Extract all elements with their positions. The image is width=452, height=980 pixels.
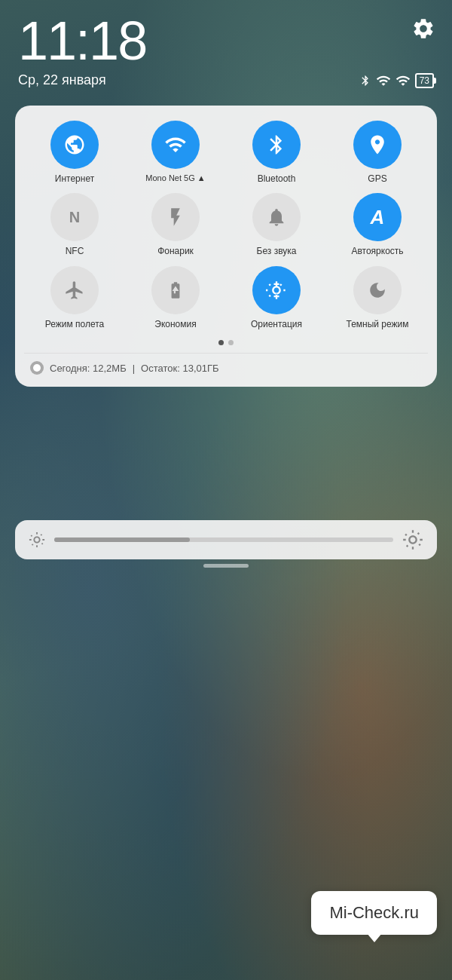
internet-label: Интернет [55, 173, 94, 184]
data-usage-text: Сегодня: 12,2МБ [50, 363, 127, 374]
bluetooth-label: Bluetooth [258, 173, 296, 184]
date-row: Ср, 22 января 73 [18, 72, 434, 88]
tile-orientation[interactable]: Ориентация [229, 266, 324, 329]
gps-circle [353, 121, 402, 169]
battery-saver-label: Экономия [154, 319, 196, 329]
tile-nfc[interactable]: N NFC [27, 193, 122, 256]
settings-button[interactable] [411, 17, 435, 44]
tile-wifi[interactable]: Mono Net 5G ▲ [128, 121, 223, 184]
data-remaining-text: Остаток: 13,01ГБ [141, 363, 218, 374]
gps-label: GPS [368, 173, 386, 184]
svg-point-0 [33, 364, 41, 372]
auto-brightness-circle: A [353, 193, 402, 241]
tile-internet[interactable]: Интернет [27, 121, 122, 184]
watermark: Mi-Check.ru [311, 891, 437, 935]
tile-airplane[interactable]: Режим полета [27, 266, 122, 329]
flashlight-circle [151, 193, 200, 241]
tile-gps[interactable]: GPS [330, 121, 425, 184]
data-usage-row: Сегодня: 12,2МБ | Остаток: 13,01ГБ [27, 361, 425, 375]
bluetooth-status-icon [359, 73, 371, 88]
dark-mode-label: Темный режим [346, 319, 408, 329]
wifi-status-icon [396, 73, 411, 88]
silent-circle [252, 193, 301, 241]
battery-icon: 73 [415, 73, 434, 88]
tiles-grid: Интернет Mono Net 5G ▲ Bluetooth [27, 121, 425, 329]
internet-circle [50, 121, 99, 169]
tile-flashlight[interactable]: Фонарик [128, 193, 223, 256]
bluetooth-circle [252, 121, 301, 169]
flashlight-label: Фонарик [157, 246, 194, 256]
nfc-circle: N [50, 193, 99, 241]
tile-battery-saver[interactable]: Экономия [128, 266, 223, 329]
brightness-panel [15, 520, 437, 559]
watermark-text: Mi-Check.ru [329, 903, 419, 922]
nfc-label: NFC [66, 246, 84, 256]
status-icons: 73 [359, 73, 434, 88]
date-text: Ср, 22 января [18, 72, 106, 88]
signal-icon [376, 73, 391, 88]
orientation-circle [252, 266, 301, 314]
orientation-label: Ориентация [251, 319, 302, 329]
clock: 11:18 [18, 14, 434, 68]
tile-dark-mode[interactable]: Темный режим [330, 266, 425, 329]
airplane-circle [50, 266, 99, 314]
brightness-slider[interactable] [54, 537, 393, 542]
wifi-label: Mono Net 5G ▲ [145, 173, 205, 183]
data-separator: | [133, 363, 135, 374]
tile-bluetooth[interactable]: Bluetooth [229, 121, 324, 184]
quick-settings-panel: Интернет Mono Net 5G ▲ Bluetooth [15, 106, 437, 387]
pagination [27, 340, 425, 345]
brightness-fill [54, 537, 190, 542]
auto-brightness-label: Автояркость [351, 246, 403, 256]
tile-auto-brightness[interactable]: A Автояркость [330, 193, 425, 256]
wifi-circle [151, 121, 200, 169]
status-bar: 11:18 Ср, 22 января 73 [0, 0, 452, 88]
brightness-high-icon [402, 529, 423, 550]
dark-mode-circle [353, 266, 402, 314]
airplane-label: Режим полета [45, 319, 105, 329]
silent-label: Без звука [257, 246, 297, 256]
page-dot-1[interactable] [218, 340, 224, 345]
brightness-low-icon [29, 531, 45, 548]
panel-divider [24, 353, 428, 354]
battery-saver-circle [151, 266, 200, 314]
drag-handle[interactable] [203, 564, 249, 568]
page-dot-2[interactable] [228, 340, 234, 345]
tile-silent[interactable]: Без звука [229, 193, 324, 256]
data-icon [30, 361, 44, 375]
